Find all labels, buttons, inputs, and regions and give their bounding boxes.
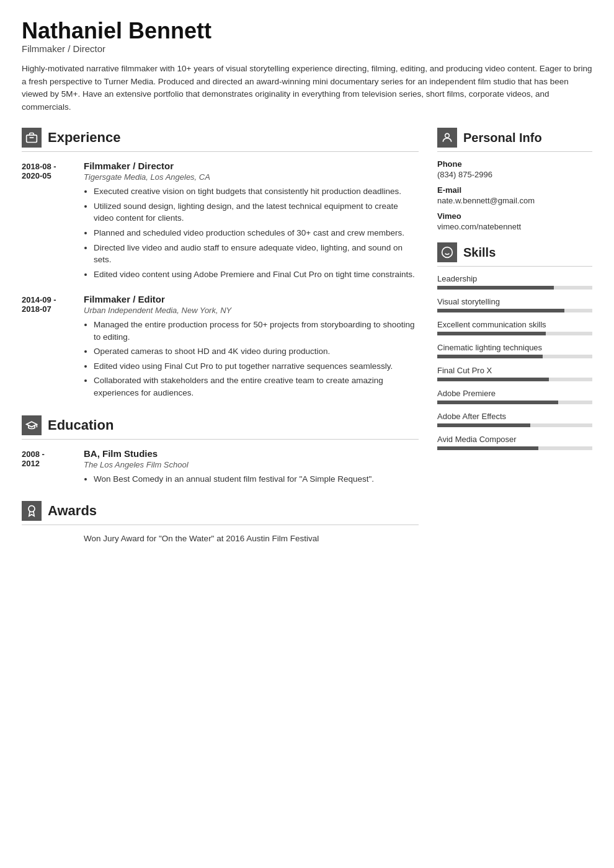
bullet: Directed live video and audio staff to e… — [94, 242, 419, 266]
experience-entry-1: 2018-08 - 2020-05 Filmmaker / Director T… — [22, 161, 419, 283]
svg-point-4 — [445, 134, 450, 138]
skill-name-2: Excellent communication skills — [437, 320, 592, 329]
awards-divider — [22, 525, 419, 525]
skill-name-7: Avid Media Composer — [437, 435, 592, 444]
skill-bar-fill-2 — [437, 332, 546, 335]
info-email-value: nate.w.bennett@gmail.com — [437, 196, 592, 205]
skill-name-4: Final Cut Pro X — [437, 366, 592, 375]
edu-degree-1: BA, Film Studies — [84, 448, 374, 459]
skill-bar-bg-2 — [437, 332, 592, 335]
experience-title: Experience — [48, 130, 120, 146]
edu-dates-1: 2008 - 2012 — [22, 448, 78, 488]
skill-bar-fill-5 — [437, 401, 558, 404]
education-section: Education 2008 - 2012 BA, Film Studies T… — [22, 415, 419, 488]
skill-name-6: Adobe After Effects — [437, 412, 592, 421]
awards-title: Awards — [48, 503, 97, 519]
exp-bullets-2: Managed the entire production process fo… — [84, 319, 419, 399]
skill-bar-fill-1 — [437, 309, 564, 312]
header: Nathaniel Bennett Filmmaker / Director H… — [22, 19, 592, 114]
skill-name-0: Leadership — [437, 274, 592, 283]
skill-bar-bg-1 — [437, 309, 592, 312]
personal-info-section: Personal Info Phone (834) 875-2996 E-mai… — [437, 128, 592, 231]
personal-info-divider — [437, 151, 592, 152]
skill-name-3: Cinematic lighting techniques — [437, 343, 592, 352]
exp-bullets-1: Executed creative vision on tight budget… — [84, 185, 419, 280]
education-entry-1: 2008 - 2012 BA, Film Studies The Los Ang… — [22, 448, 419, 488]
skill-name-1: Visual storytelling — [437, 297, 592, 306]
exp-company-1: Tigersgate Media, Los Angeles, CA — [84, 172, 419, 182]
skills-divider — [437, 266, 592, 267]
left-column: Experience 2018-08 - 2020-05 Filmmaker /… — [22, 128, 419, 557]
bullet: Edited video content using Adobe Premier… — [94, 268, 419, 281]
skill-name-5: Adobe Premiere — [437, 389, 592, 398]
info-phone-label: Phone — [437, 159, 592, 169]
job-title: Filmmaker / Director — [22, 43, 592, 54]
info-vimeo-label: Vimeo — [437, 211, 592, 221]
bullet: Edited video using Final Cut Pro to put … — [94, 360, 419, 373]
experience-icon — [22, 128, 42, 148]
exp-job-title-1: Filmmaker / Director — [84, 161, 419, 171]
skill-bar-bg-3 — [437, 355, 592, 358]
education-divider — [22, 439, 419, 440]
info-phone-value: (834) 875-2996 — [437, 170, 592, 179]
skill-bar-fill-4 — [437, 378, 549, 381]
skill-bar-fill-0 — [437, 286, 554, 290]
skill-bar-bg-6 — [437, 423, 592, 427]
info-vimeo-value: vimeo.com/natebennett — [437, 222, 592, 231]
awards-icon — [22, 501, 42, 521]
edu-bullets-1: Won Best Comedy in an annual student fil… — [84, 473, 374, 485]
skill-bar-bg-7 — [437, 446, 592, 450]
personal-info-header: Personal Info — [437, 128, 592, 148]
education-header: Education — [22, 415, 419, 435]
education-icon — [22, 415, 42, 435]
bullet: Operated cameras to shoot HD and 4K vide… — [94, 345, 419, 358]
svg-point-3 — [29, 506, 35, 512]
bullet: Executed creative vision on tight budget… — [94, 185, 419, 198]
awards-section: Awards Won Jury Award for "On the Water"… — [22, 501, 419, 543]
skill-bar-bg-5 — [437, 401, 592, 404]
personal-info-icon — [437, 128, 457, 148]
info-email-label: E-mail — [437, 185, 592, 195]
skill-bar-fill-3 — [437, 355, 543, 358]
award-text-1: Won Jury Award for "On the Water" at 201… — [22, 534, 419, 543]
exp-dates-2: 2014-09 - 2018-07 — [22, 294, 78, 401]
awards-header: Awards — [22, 501, 419, 521]
exp-dates-1: 2018-08 - 2020-05 — [22, 161, 78, 283]
personal-info-title: Personal Info — [463, 131, 542, 145]
skills-list: LeadershipVisual storytellingExcellent c… — [437, 274, 592, 450]
skill-bar-fill-7 — [437, 446, 538, 450]
bullet: Managed the entire production process fo… — [94, 319, 419, 343]
skills-header: Skills — [437, 242, 592, 262]
bullet: Won Best Comedy in an annual student fil… — [94, 473, 374, 485]
exp-content-2: Filmmaker / Editor Urban Independent Med… — [84, 294, 419, 401]
skill-bar-bg-4 — [437, 378, 592, 381]
bullet: Collaborated with stakeholders and the e… — [94, 374, 419, 399]
skills-title: Skills — [463, 246, 496, 260]
skill-bar-fill-6 — [437, 423, 530, 427]
summary-text: Highly-motivated narrative filmmaker wit… — [22, 63, 592, 115]
edu-school-1: The Los Angeles Film School — [84, 460, 374, 469]
right-column: Personal Info Phone (834) 875-2996 E-mai… — [437, 128, 592, 557]
svg-rect-0 — [27, 135, 37, 143]
skills-icon — [437, 242, 457, 262]
experience-divider — [22, 151, 419, 152]
experience-entry-2: 2014-09 - 2018-07 Filmmaker / Editor Urb… — [22, 294, 419, 401]
education-title: Education — [48, 417, 113, 433]
exp-job-title-2: Filmmaker / Editor — [84, 294, 419, 304]
exp-company-2: Urban Independent Media, New York, NY — [84, 306, 419, 315]
edu-content-1: BA, Film Studies The Los Angeles Film Sc… — [84, 448, 374, 488]
skill-bar-bg-0 — [437, 286, 592, 290]
bullet: Utilized sound design, lighting design, … — [94, 200, 419, 224]
skills-section: Skills LeadershipVisual storytellingExce… — [437, 242, 592, 450]
exp-content-1: Filmmaker / Director Tigersgate Media, L… — [84, 161, 419, 283]
experience-section: Experience 2018-08 - 2020-05 Filmmaker /… — [22, 128, 419, 401]
bullet: Planned and scheduled video production s… — [94, 227, 419, 239]
experience-header: Experience — [22, 128, 419, 148]
main-layout: Experience 2018-08 - 2020-05 Filmmaker /… — [22, 128, 592, 557]
full-name: Nathaniel Bennett — [22, 19, 592, 43]
